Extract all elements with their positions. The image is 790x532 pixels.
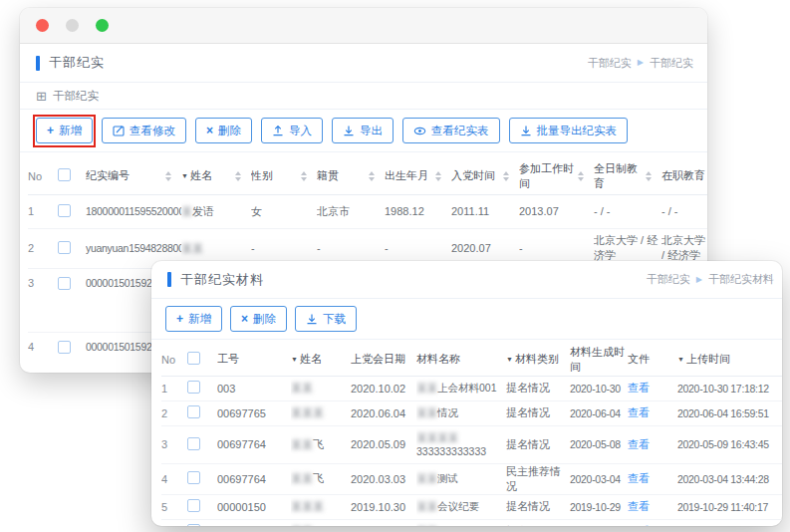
cell-uploaded: 2020-10-30 17:18:12	[677, 376, 782, 400]
add-button[interactable]: + 新增	[36, 118, 93, 143]
button-label: 删除	[253, 312, 276, 327]
cell-native-place: 北京市	[317, 194, 385, 228]
col-label: 姓名	[300, 352, 322, 367]
breadcrumb-arrow-icon: ▶	[696, 276, 702, 284]
sort-icon[interactable]	[646, 171, 652, 181]
cell-name: 某某某	[291, 494, 351, 519]
delete-button[interactable]: × 删除	[230, 306, 287, 332]
close-icon: ×	[241, 313, 248, 325]
filter-icon[interactable]: ▼	[506, 356, 513, 363]
col-label: No	[28, 170, 42, 182]
cell-birth: 1988.12	[385, 194, 451, 228]
col-meeting-date: 上党会日期	[351, 344, 416, 376]
sort-icon[interactable]	[578, 171, 584, 181]
row-checkbox[interactable]	[187, 437, 200, 450]
download-button[interactable]: 下载	[295, 306, 357, 332]
cell-material-name: 某某上会材料001	[416, 376, 506, 400]
row-checkbox[interactable]	[187, 381, 200, 394]
sort-icon[interactable]	[235, 171, 241, 181]
cell-meeting-date: 2020.06.04	[351, 400, 416, 425]
row-checkbox[interactable]	[58, 204, 71, 217]
material-text: 情况	[437, 406, 458, 418]
sort-icon[interactable]	[435, 171, 441, 181]
sort-icon[interactable]	[301, 171, 307, 181]
redacted-text: 某某	[291, 438, 313, 450]
cell-select	[187, 519, 217, 526]
row-checkbox[interactable]	[58, 241, 71, 254]
sort-icon[interactable]	[503, 171, 509, 181]
table-row: 2 00697765 某某某 2020.06.04 某某情况 提名情况 2020…	[161, 400, 782, 425]
view-link[interactable]: 查看	[628, 500, 650, 512]
col-name: ▼姓名	[181, 158, 251, 194]
col-label: 文件	[628, 353, 650, 365]
traffic-light-minimize-icon[interactable]	[66, 19, 79, 32]
row-checkbox[interactable]	[58, 341, 71, 354]
view-record-sheet-button[interactable]: 查看纪实表	[402, 118, 500, 143]
cell-select	[58, 268, 86, 332]
batch-export-button[interactable]: 批量导出纪实表	[509, 118, 629, 143]
view-edit-button[interactable]: 查看修改	[102, 118, 186, 143]
col-no: No	[161, 344, 187, 376]
col-file: 文件	[628, 344, 677, 376]
cell-material-name: 某某情况	[416, 400, 506, 425]
col-label: 姓名	[190, 168, 212, 183]
breadcrumb-root[interactable]: 干部纪实	[588, 56, 632, 71]
cell-onjob-edu: - / -	[661, 194, 707, 228]
cell-material-type: 提名情况	[506, 519, 570, 526]
breadcrumb-current: 干部纪实	[650, 56, 693, 71]
filter-icon[interactable]: ▼	[677, 356, 684, 363]
cell-material-name: 某某会议纪要	[416, 519, 506, 526]
cell-generated: 2020-06-04	[570, 400, 628, 425]
cell-material-name: 某某某某333333333333	[416, 425, 506, 463]
add-button[interactable]: + 新增	[165, 306, 222, 332]
cell-material-type: 提名情况	[506, 376, 570, 400]
delete-button[interactable]: × 删除	[195, 118, 252, 143]
cell-generated: 2019-10-29	[570, 519, 628, 526]
cell-no: 1	[161, 376, 187, 400]
table-row: 4 00697764 某某飞 2020.03.03 某某测试 民主推荐情况 20…	[161, 463, 782, 494]
view-link[interactable]: 查看	[628, 438, 650, 450]
table-row: 6 00697764 某某飞 2019.10.30 某某会议纪要 提名情况 20…	[161, 519, 782, 526]
cell-emp-id: 003	[217, 376, 291, 400]
cell-file: 查看	[628, 494, 677, 519]
import-button[interactable]: 导入	[261, 118, 323, 143]
breadcrumb-root[interactable]: 干部纪实	[647, 272, 690, 287]
row-checkbox[interactable]	[187, 471, 200, 484]
redacted-text: 某某	[416, 406, 437, 418]
table-header-row: No 纪实编号 ▼姓名 性别 籍贯 出生年月 入党时间 参加工作时间 全日制教育…	[28, 158, 707, 194]
sort-icon[interactable]	[369, 171, 375, 181]
row-checkbox[interactable]	[58, 277, 71, 290]
cell-no: 4	[161, 463, 187, 494]
cell-meeting-date: 2020.10.02	[351, 376, 416, 400]
redacted-text: 某某	[416, 382, 437, 394]
col-label: 籍贯	[317, 168, 339, 183]
col-label: 上党会日期	[351, 353, 405, 365]
filter-icon[interactable]: ▼	[181, 172, 188, 179]
button-label: 新增	[188, 312, 211, 327]
col-label: No	[161, 354, 175, 366]
button-label: 删除	[218, 124, 241, 138]
row-checkbox[interactable]	[187, 524, 200, 526]
view-link[interactable]: 查看	[628, 382, 650, 394]
name-text: 飞	[313, 438, 324, 450]
cell-material-name: 某某会议纪要	[416, 494, 506, 519]
sort-icon[interactable]	[165, 171, 171, 181]
row-checkbox[interactable]	[187, 499, 200, 512]
view-link[interactable]: 查看	[628, 525, 650, 526]
cell-name: 某某飞	[291, 425, 351, 463]
cell-name: 某某	[291, 376, 351, 400]
view-link[interactable]: 查看	[628, 406, 650, 418]
export-button[interactable]: 导出	[332, 118, 394, 143]
select-all-checkbox[interactable]	[58, 168, 71, 181]
select-all-checkbox[interactable]	[187, 352, 200, 365]
filter-icon[interactable]: ▼	[291, 356, 298, 363]
cell-uploaded: 2019-10-29 11:40:17	[677, 494, 782, 519]
row-checkbox[interactable]	[187, 405, 200, 418]
traffic-light-close-icon[interactable]	[36, 19, 49, 32]
table-row: 3 00697764 某某飞 2020.05.09 某某某某3333333333…	[161, 425, 782, 463]
view-link[interactable]: 查看	[628, 472, 650, 484]
col-onjob-edu: 在职教育	[661, 158, 707, 194]
table-row: 5 00000150 某某某 2019.10.30 某某会议纪要 提名情况 20…	[161, 494, 782, 519]
traffic-light-zoom-icon[interactable]	[96, 19, 109, 32]
col-native-place: 籍贯	[317, 158, 385, 194]
